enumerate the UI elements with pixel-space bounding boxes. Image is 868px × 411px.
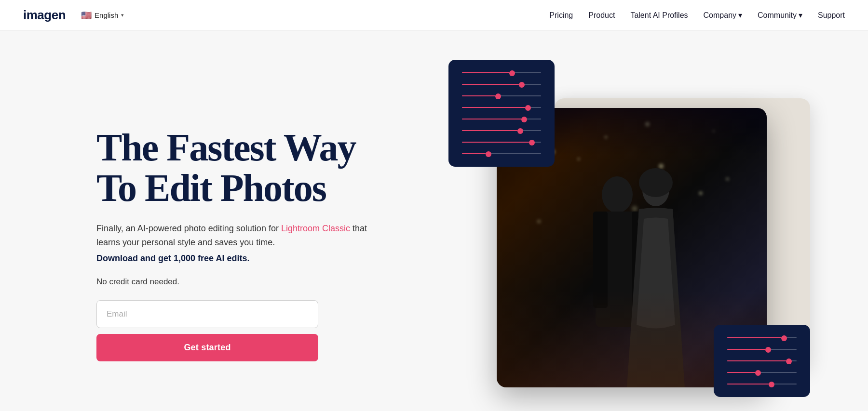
navbar: imagen 🇺🇸 English ▾ Pricing Product Tale… (0, 0, 868, 31)
slider-dot[interactable] (517, 128, 523, 134)
navbar-left: imagen 🇺🇸 English ▾ (23, 8, 128, 23)
slider-panel-bottom (714, 325, 810, 397)
hero-subtitle: Finally, an AI-powered photo editing sol… (96, 222, 386, 250)
hero-visual (448, 60, 810, 397)
slider-row (462, 105, 541, 110)
lightroom-link[interactable]: Lightroom Classic (281, 224, 350, 233)
svg-point-0 (602, 176, 633, 213)
slider-dot[interactable] (521, 117, 527, 122)
slider-row (727, 358, 797, 363)
email-form: Get started (96, 300, 318, 361)
slider-dot[interactable] (525, 105, 531, 111)
logo[interactable]: imagen (23, 8, 66, 23)
slider-row (462, 70, 541, 75)
language-selector[interactable]: 🇺🇸 English ▾ (77, 9, 128, 21)
chevron-down-icon: ▾ (799, 11, 802, 20)
hero-content: The Fastest Way To Edit Photos Finally, … (96, 69, 386, 361)
svg-point-6 (639, 168, 673, 197)
hero-title: The Fastest Way To Edit Photos (96, 127, 386, 208)
slider-row (727, 382, 797, 386)
slider-row (727, 370, 797, 375)
hero-section: The Fastest Way To Edit Photos Finally, … (0, 31, 868, 411)
slider-row (727, 347, 797, 352)
nav-company[interactable]: Company ▾ (704, 11, 742, 20)
slider-panel-top (448, 60, 555, 167)
slider-dot[interactable] (495, 93, 501, 99)
slider-row (462, 93, 541, 98)
slider-dot[interactable] (755, 370, 761, 376)
slider-row (462, 82, 541, 87)
chevron-down-icon: ▾ (738, 11, 742, 20)
slider-dot[interactable] (786, 358, 792, 364)
slider-dot[interactable] (529, 140, 535, 146)
email-input[interactable] (96, 300, 318, 328)
slider-dot[interactable] (486, 151, 491, 157)
slider-row (462, 140, 541, 145)
slider-row (462, 128, 541, 133)
flag-icon: 🇺🇸 (81, 12, 92, 19)
no-credit-text: No credit card needed. (96, 277, 386, 287)
slider-row (727, 335, 797, 340)
nav-support[interactable]: Support (818, 11, 845, 20)
language-label: English (95, 11, 118, 19)
logo-text: imagen (23, 8, 66, 23)
slider-dot[interactable] (769, 382, 774, 387)
get-started-button[interactable]: Get started (96, 334, 318, 361)
slider-dot[interactable] (519, 82, 525, 88)
nav-talent-ai-profiles[interactable]: Talent AI Profiles (630, 11, 688, 20)
chevron-down-icon: ▾ (121, 12, 124, 18)
nav-pricing[interactable]: Pricing (549, 11, 573, 20)
nav-product[interactable]: Product (588, 11, 615, 20)
slider-dot[interactable] (765, 347, 771, 353)
slider-dot[interactable] (781, 335, 787, 341)
nav-community[interactable]: Community ▾ (758, 11, 802, 20)
slider-row (462, 117, 541, 121)
navbar-right: Pricing Product Talent AI Profiles Compa… (549, 11, 845, 20)
slider-row (462, 151, 541, 156)
slider-dot[interactable] (509, 70, 515, 76)
hero-cta-text: Download and get 1,000 free AI edits. (96, 253, 386, 264)
